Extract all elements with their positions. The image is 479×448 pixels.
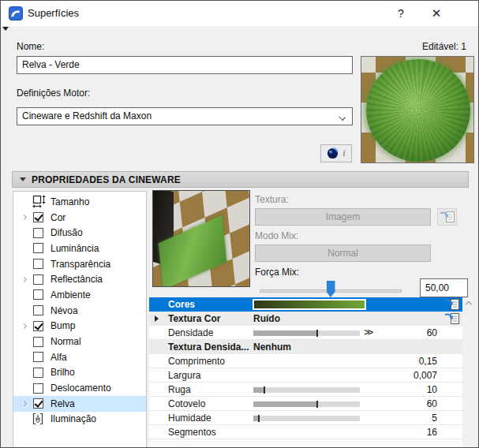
property-number[interactable]: 60: [427, 398, 437, 409]
checkbox-normal[interactable]: [33, 337, 43, 347]
tree-item-label: Tamanho: [51, 196, 89, 207]
mix-strength-input[interactable]: 50,00: [420, 278, 468, 297]
checkbox-difusao[interactable]: [33, 228, 43, 238]
texture-popup-button[interactable]: [437, 208, 457, 226]
texture-image-button[interactable]: Imagem: [255, 208, 431, 226]
row-slider-fill: [253, 401, 317, 407]
tree-item-relva[interactable]: Relva: [13, 396, 146, 412]
tree-item-luminancia[interactable]: Luminância: [13, 241, 146, 256]
checkbox-ambiente[interactable]: [33, 289, 43, 300]
property-number[interactable]: 0,007: [414, 370, 437, 381]
property-table: CoresTextura CorRuídoDensidade≫60Textura…: [149, 297, 462, 448]
checkbox-alfa[interactable]: [33, 352, 43, 362]
tree-item-cor[interactable]: Cor: [13, 210, 146, 226]
checkbox-cor[interactable]: [33, 212, 43, 222]
texture-popup-icon[interactable]: [444, 312, 460, 325]
surface-name-input[interactable]: Relva - Verde: [17, 56, 353, 74]
color-gradient-swatch[interactable]: [253, 299, 366, 310]
expander-icon[interactable]: [155, 315, 159, 322]
tree-item-label: Névoa: [51, 305, 78, 316]
property-number[interactable]: 60: [427, 327, 437, 338]
mix-strength-label: Força Mix:: [255, 267, 299, 278]
tree-item-transparencia[interactable]: Transparência: [13, 256, 146, 272]
row-slider-track[interactable]: [253, 401, 360, 407]
property-row-ruga[interactable]: Ruga10: [149, 383, 462, 397]
checkbox-luminancia[interactable]: [33, 243, 43, 253]
tree-item-difusao[interactable]: Difusão: [13, 225, 146, 241]
cineware-info-button[interactable]: i: [320, 144, 352, 162]
tree-item-tamanho[interactable]: Tamanho: [13, 194, 146, 210]
slider-overflow-icon: ≫: [364, 327, 374, 338]
tree-item-label: Brilho: [51, 367, 75, 378]
row-slider-handle[interactable]: [316, 401, 318, 408]
property-row-textura-cor[interactable]: Textura CorRuído: [149, 312, 462, 326]
row-slider-track[interactable]: [253, 387, 360, 393]
checkbox-reflectancia[interactable]: [33, 274, 43, 285]
tree-item-alfa[interactable]: Alfa: [13, 349, 146, 365]
tree-item-label: Transparência: [51, 259, 110, 270]
expander-icon[interactable]: [21, 278, 33, 282]
row-slider-fill: [253, 330, 317, 336]
engine-dropdown[interactable]: Cineware e Redshift da Maxon: [17, 107, 353, 125]
mix-mode-label: Modo Mix:: [255, 230, 298, 241]
slider-thumb[interactable]: [327, 281, 335, 297]
property-row-cotovelo[interactable]: Cotovelo60: [149, 397, 462, 411]
panel-collapse-icon[interactable]: [2, 27, 9, 31]
property-label: Humidade: [168, 413, 211, 424]
table-scrollbar[interactable]: [463, 297, 474, 448]
tree-item-normal[interactable]: Normal: [13, 334, 146, 349]
checkbox-brilho[interactable]: [33, 368, 43, 378]
surface-preview: [361, 56, 474, 163]
property-number[interactable]: 16: [427, 427, 437, 438]
checkbox-nevoa[interactable]: [33, 305, 43, 315]
row-slider-track[interactable]: [253, 416, 360, 421]
property-label: Comprimento: [168, 356, 225, 367]
tree-item-iluminacao[interactable]: Iluminação: [13, 412, 146, 427]
expander-icon[interactable]: [21, 401, 33, 405]
tree-item-bump[interactable]: Bump: [13, 319, 146, 334]
name-label: Nome:: [17, 41, 44, 52]
checkbox-bump[interactable]: [33, 321, 43, 331]
tree-item-reflectancia[interactable]: Reflectância: [13, 271, 146, 287]
mix-strength-slider[interactable]: [260, 278, 402, 298]
property-number[interactable]: 0,15: [419, 356, 437, 367]
property-number[interactable]: 5: [432, 413, 437, 424]
property-row-comprimento[interactable]: Comprimento0,15: [149, 354, 462, 368]
tree-item-label: Deslocamento: [51, 383, 111, 394]
checkbox-transparencia[interactable]: [33, 259, 43, 269]
row-slider-handle[interactable]: [316, 330, 318, 337]
property-row-densidade[interactable]: Densidade≫60: [149, 326, 462, 340]
close-button[interactable]: ✕: [421, 1, 452, 26]
property-row-textura-densida[interactable]: Textura Densida...Nenhum: [149, 340, 462, 354]
tree-item-label: Alfa: [51, 352, 67, 363]
checkbox-relva[interactable]: [33, 398, 43, 409]
property-label: Cotovelo: [168, 398, 205, 409]
row-slider-handle[interactable]: [258, 415, 260, 422]
row-slider-track[interactable]: [253, 330, 360, 336]
tree-item-deslocamento[interactable]: Deslocamento: [13, 380, 146, 396]
expander-icon[interactable]: [21, 215, 33, 219]
property-number[interactable]: 10: [427, 384, 437, 395]
tree-item-brilho[interactable]: Brilho: [13, 365, 146, 381]
property-row-cores[interactable]: Cores: [149, 297, 462, 312]
cineware-properties-header[interactable]: PROPRIEDADES DA CINEWARE: [12, 171, 469, 188]
property-value: Nenhum: [253, 342, 291, 353]
property-row-humidade[interactable]: Humidade5: [149, 411, 462, 425]
checkbox-deslocamento[interactable]: [33, 383, 43, 394]
row-slider-handle[interactable]: [264, 386, 265, 394]
grass-ball-image: [366, 59, 470, 162]
property-label: Ruga: [168, 384, 191, 395]
property-row-segmentos[interactable]: Segmentos16: [149, 425, 462, 439]
expander-icon[interactable]: [21, 324, 33, 328]
help-button[interactable]: ?: [385, 1, 417, 26]
cinema4d-logo-icon: [327, 147, 339, 159]
property-row-largura[interactable]: Largura0,007: [149, 368, 462, 383]
tree-item-label: Relva: [51, 398, 75, 409]
mix-mode-button[interactable]: Normal: [255, 245, 431, 262]
tree-item-nevoa[interactable]: Névoa: [13, 303, 146, 319]
window-title: Superfícies: [28, 7, 79, 19]
property-label: Largura: [168, 370, 200, 381]
tree-item-ambiente[interactable]: Ambiente: [13, 287, 146, 303]
texture-popup-icon[interactable]: [444, 298, 460, 311]
scroll-up-icon[interactable]: [465, 301, 471, 308]
